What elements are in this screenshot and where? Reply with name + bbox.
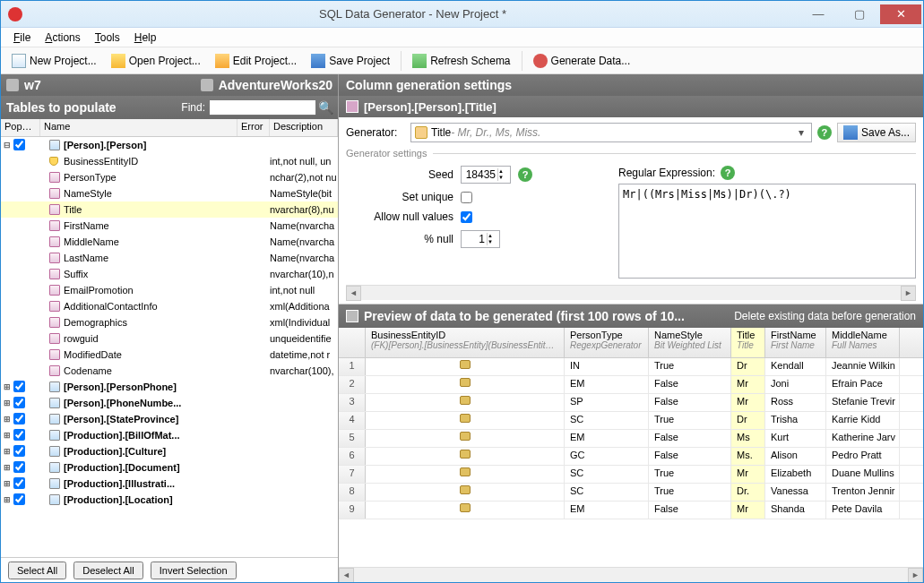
tables-to-populate-label: Tables to populate [6,100,181,115]
column-row[interactable]: Codename nvarchar(100), [1,363,338,379]
refresh-schema-button[interactable]: Refresh Schema [407,51,515,71]
column-row[interactable]: Suffix nvarchar(10),n [1,266,338,282]
table-row[interactable]: ⊞ [Production].[BillOfMat... [1,427,338,443]
column-row[interactable]: MiddleName Name(nvarcha [1,234,338,250]
table-row[interactable]: ⊞ [Production].[Document] [1,459,338,476]
pct-null-input[interactable]: ▲▼ [461,230,500,248]
grid-row[interactable]: 3 SP False Mr Ross Stefanie Trevir [339,394,923,412]
table-row[interactable]: ⊞ [Production].[Culture] [1,443,338,459]
col-populate[interactable]: Popul… [1,119,40,136]
collapse-icon[interactable]: ⊟ [1,141,13,150]
search-icon[interactable]: 🔍 [318,100,332,115]
column-type: Name(nvarcha [270,236,338,247]
expand-icon[interactable]: ⊞ [1,495,13,504]
populate-checkbox[interactable] [13,397,25,408]
select-all-button[interactable]: Select All [8,562,66,579]
column-row[interactable]: LastName Name(nvarcha [1,250,338,266]
set-unique-checkbox[interactable] [461,192,472,203]
column-row[interactable]: Title nvarchar(8),nu [1,201,338,218]
invert-selection-button[interactable]: Invert Selection [151,562,237,579]
column-row[interactable]: NameStyle NameStyle(bit [1,185,338,201]
generate-data-button[interactable]: Generate Data... [528,51,636,71]
table-row[interactable]: ⊞ [Person].[PersonPhone] [1,379,338,395]
refresh-icon [412,54,427,68]
new-project-button[interactable]: New Project... [6,51,102,71]
column-row[interactable]: PersonType nchar(2),not nu [1,169,338,185]
help-icon[interactable]: ? [518,167,532,182]
column-row[interactable]: EmailPromotion int,not null [1,282,338,298]
table-row[interactable]: ⊞ [Production].[Illustrati... [1,476,338,492]
column-row[interactable]: BusinessEntityID int,not null, un [1,153,338,169]
help-icon[interactable]: ? [721,166,735,180]
populate-checkbox[interactable] [13,477,25,489]
populate-checkbox[interactable] [13,445,25,457]
table-row[interactable]: ⊟ [Person].[Person] [1,137,338,153]
column-row[interactable]: AdditionalContactInfo xml(Additiona [1,298,338,314]
preview-grid-body[interactable]: 1 IN True Dr Kendall Jeannie Wilkin2 EM … [339,358,923,567]
grid-column-header[interactable]: NameStyleBit Weighted List [649,328,731,357]
grid-column-header[interactable]: PersonTypeRegexpGenerator [565,328,649,357]
grid-column-header[interactable]: BusinessEntityID(FK)[Person].[BusinessEn… [366,328,565,357]
grid-column-header[interactable]: TitleTitle [731,328,765,357]
generator-dropdown[interactable]: Title - Mr, Dr., Ms, Miss. ▾ [410,123,812,142]
column-row[interactable]: FirstName Name(nvarcha [1,218,338,234]
expand-icon[interactable]: ⊞ [1,447,13,456]
grid-row[interactable]: 1 IN True Dr Kendall Jeannie Wilkin [339,358,923,376]
regex-textarea[interactable]: Mr|((Mrs|Miss|Ms)|Dr)(\.?) [618,184,916,279]
maximize-button[interactable]: ▢ [839,4,880,24]
grid-row[interactable]: 8 SC True Dr. Vanessa Trenton Jennir [339,484,923,502]
populate-checkbox[interactable] [13,381,25,392]
table-row[interactable]: ⊞ [Production].[Location] [1,492,338,508]
menu-actions[interactable]: Actions [39,30,85,46]
grid-row[interactable]: 9 EM False Mr Shanda Pete Davila [339,502,923,519]
expand-icon[interactable]: ⊞ [1,382,13,391]
horizontal-scrollbar[interactable]: ◄► [339,567,923,582]
table-icon [49,494,60,505]
table-row[interactable]: ⊞ [Person].[StateProvince] [1,411,338,427]
populate-checkbox[interactable] [13,429,25,441]
column-row[interactable]: Demographics xml(Individual [1,314,338,330]
column-icon [346,100,358,113]
populate-checkbox[interactable] [13,461,25,473]
grid-row[interactable]: 2 EM False Mr Joni Efrain Pace [339,376,923,394]
table-row[interactable]: ⊞ [Person].[PhoneNumbe... [1,395,338,411]
expand-icon[interactable]: ⊞ [1,399,13,407]
col-error[interactable]: Error [237,119,270,136]
menu-file[interactable]: File [8,30,36,46]
table-icon [49,478,60,489]
grid-row[interactable]: 6 GC False Ms. Alison Pedro Pratt [339,448,923,466]
allow-null-checkbox[interactable] [461,211,472,223]
delete-existing-link[interactable]: Delete existing data before generation [734,310,916,322]
grid-column-header[interactable]: FirstNameFirst Name [765,328,826,357]
expand-icon[interactable]: ⊞ [1,431,13,440]
col-name[interactable]: Name [40,119,237,136]
help-icon[interactable]: ? [817,125,832,140]
column-row[interactable]: ModifiedDate datetime,not r [1,347,338,363]
grid-row[interactable]: 5 EM False Ms Kurt Katherine Jarv [339,430,923,448]
save-project-button[interactable]: Save Project [306,51,395,71]
column-row[interactable]: rowguid unqueidentifie [1,330,338,347]
deselect-all-button[interactable]: Deselect All [73,562,142,579]
grid-row[interactable]: 4 SC True Dr Trisha Karrie Kidd [339,412,923,430]
horizontal-scrollbar[interactable]: ◄► [346,285,916,300]
find-input[interactable] [209,99,316,116]
populate-checkbox[interactable] [13,413,25,424]
col-description[interactable]: Description [270,119,338,136]
menu-help[interactable]: Help [129,30,162,46]
grid-column-header[interactable]: MiddleNameFull Names [826,328,900,357]
seed-input[interactable]: ▲▼ [461,166,511,184]
open-project-button[interactable]: Open Project... [106,51,206,71]
populate-checkbox[interactable] [13,139,25,150]
menu-tools[interactable]: Tools [90,30,125,46]
tables-tree[interactable]: ⊟ [Person].[Person] BusinessEntityID int… [1,137,338,557]
minimize-button[interactable]: — [798,4,839,24]
grid-row[interactable]: 7 SC True Mr Elizabeth Duane Mullins [339,466,923,484]
populate-checkbox[interactable] [13,493,25,505]
edit-project-button[interactable]: Edit Project... [210,51,302,71]
expand-icon[interactable]: ⊞ [1,415,13,424]
column-type: xml(Additiona [270,301,338,312]
expand-icon[interactable]: ⊞ [1,479,13,488]
save-as-button[interactable]: Save As... [837,123,916,142]
expand-icon[interactable]: ⊞ [1,463,13,472]
close-button[interactable]: ✕ [880,4,921,24]
